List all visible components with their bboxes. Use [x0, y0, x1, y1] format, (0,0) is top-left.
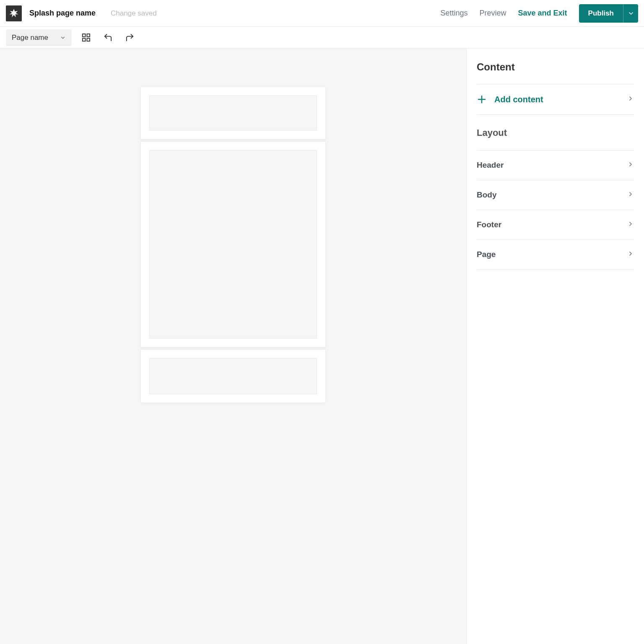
svg-rect-0: [83, 34, 86, 37]
topbar: Splash page name Change saved Settings P…: [0, 0, 644, 27]
layout-row-body[interactable]: Body: [477, 180, 634, 210]
canvas-area[interactable]: [0, 49, 466, 644]
splash-logo-icon: [8, 8, 19, 19]
sidebar: Content Add content Layout Header Body F…: [466, 49, 644, 644]
publish-button[interactable]: Publish: [579, 4, 623, 23]
add-content-label: Add content: [494, 95, 543, 104]
content-heading: Content: [477, 61, 634, 73]
save-exit-link[interactable]: Save and Exit: [518, 9, 567, 18]
svg-rect-1: [87, 34, 90, 37]
publish-button-group: Publish: [579, 4, 638, 23]
chevron-right-icon: [627, 190, 634, 200]
layout-row-label: Footer: [477, 220, 501, 229]
undo-button[interactable]: [101, 31, 115, 45]
canvas-header-frame[interactable]: [141, 87, 325, 139]
chevron-right-icon: [627, 220, 634, 229]
settings-link[interactable]: Settings: [440, 9, 467, 18]
grid-view-button[interactable]: [79, 31, 93, 45]
canvas-stack: [141, 87, 325, 402]
toolbar: Page name: [0, 27, 644, 49]
layout-row-page[interactable]: Page: [477, 239, 634, 270]
preview-link[interactable]: Preview: [480, 9, 506, 18]
layout-row-footer[interactable]: Footer: [477, 210, 634, 239]
page-title: Splash page name: [29, 9, 96, 18]
canvas-body-frame[interactable]: [141, 142, 325, 347]
page-selector[interactable]: Page name: [6, 29, 72, 46]
main: Content Add content Layout Header Body F…: [0, 49, 644, 644]
undo-icon: [103, 33, 113, 42]
divider: [477, 114, 634, 115]
layout-row-label: Body: [477, 190, 497, 200]
layout-row-label: Header: [477, 161, 504, 170]
status-label: Change saved: [111, 9, 157, 18]
grid-icon: [81, 33, 91, 42]
app-logo[interactable]: [6, 5, 22, 21]
plus-icon: [477, 94, 487, 104]
topbar-right: Settings Preview Save and Exit Publish: [440, 4, 638, 23]
redo-button[interactable]: [123, 31, 137, 45]
layout-row-label: Page: [477, 250, 496, 259]
chevron-right-icon: [627, 250, 634, 259]
chevron-down-icon: [628, 10, 634, 17]
add-content-button[interactable]: Add content: [477, 84, 634, 114]
layout-row-header[interactable]: Header: [477, 150, 634, 180]
svg-rect-3: [87, 38, 90, 41]
chevron-down-icon: [60, 35, 66, 41]
page-selector-label: Page name: [12, 34, 48, 42]
chevron-right-icon: [627, 95, 634, 104]
topbar-left: Splash page name Change saved: [6, 5, 157, 21]
redo-icon: [125, 33, 135, 42]
chevron-right-icon: [627, 161, 634, 170]
canvas-footer-frame[interactable]: [141, 350, 325, 402]
layout-heading: Layout: [477, 127, 634, 138]
svg-rect-2: [83, 38, 86, 41]
canvas-body-placeholder: [149, 150, 317, 339]
publish-dropdown-button[interactable]: [623, 4, 638, 23]
canvas-header-placeholder: [149, 96, 317, 131]
canvas-footer-placeholder: [149, 358, 317, 394]
